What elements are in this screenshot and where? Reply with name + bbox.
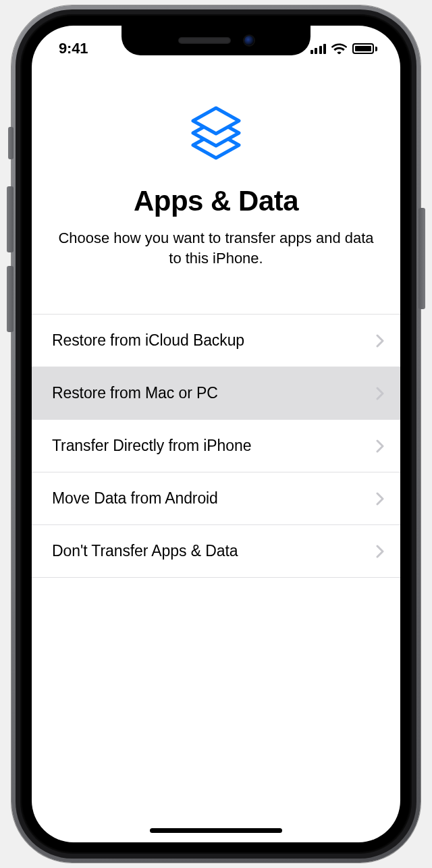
- notch: [122, 26, 310, 55]
- option-label: Don't Transfer Apps & Data: [52, 542, 238, 560]
- cellular-icon: [310, 43, 327, 54]
- option-restore-mac-pc[interactable]: Restore from Mac or PC: [32, 367, 400, 420]
- chevron-right-icon: [376, 492, 384, 506]
- volume-up-button: [7, 186, 14, 252]
- option-label: Restore from Mac or PC: [52, 384, 218, 402]
- status-time: 9:41: [59, 34, 88, 57]
- option-label: Transfer Directly from iPhone: [52, 437, 251, 455]
- page-title: Apps & Data: [134, 185, 298, 217]
- mute-switch: [8, 127, 14, 159]
- home-indicator[interactable]: [150, 828, 282, 833]
- wifi-icon: [331, 43, 347, 55]
- chevron-right-icon: [376, 545, 384, 558]
- page-subtitle: Choose how you want to transfer apps and…: [32, 228, 400, 268]
- screen: 9:41: [32, 26, 400, 842]
- status-indicators: [310, 38, 378, 55]
- battery-icon: [352, 43, 377, 54]
- apps-data-icon: [184, 101, 248, 169]
- option-label: Move Data from Android: [52, 489, 218, 508]
- power-button: [418, 208, 425, 309]
- chevron-right-icon: [376, 334, 384, 348]
- option-move-android[interactable]: Move Data from Android: [32, 472, 400, 525]
- option-restore-icloud[interactable]: Restore from iCloud Backup: [32, 315, 400, 367]
- front-camera: [244, 36, 254, 45]
- volume-down-button: [7, 266, 14, 332]
- option-transfer-iphone[interactable]: Transfer Directly from iPhone: [32, 420, 400, 472]
- chevron-right-icon: [376, 439, 384, 453]
- speaker-grille: [178, 37, 231, 44]
- setup-content: Apps & Data Choose how you want to trans…: [32, 94, 400, 842]
- option-dont-transfer[interactable]: Don't Transfer Apps & Data: [32, 525, 400, 578]
- option-label: Restore from iCloud Backup: [52, 331, 244, 350]
- chevron-right-icon: [376, 387, 384, 400]
- transfer-options-list: Restore from iCloud Backup Restore from …: [32, 314, 400, 578]
